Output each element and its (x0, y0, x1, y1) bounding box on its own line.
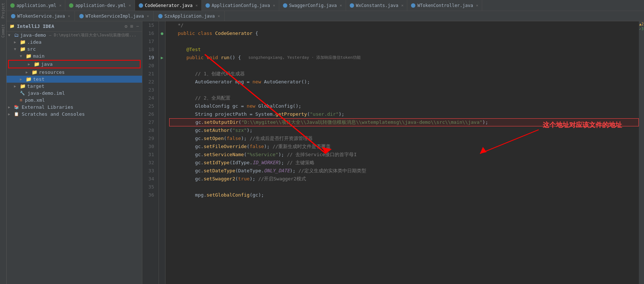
tab-wtokenserviceimpl[interactable]: WTokenServiceImpl.java ✕ (75, 11, 154, 21)
expand-icon-ext: ▶ (8, 105, 12, 109)
expand-icon-java: ▶ (28, 62, 32, 66)
tab-close-8[interactable]: ✕ (68, 14, 70, 18)
file-icon-yml2 (69, 3, 73, 8)
code-line-16: public class CodeGenerator { (169, 29, 639, 37)
tab-close[interactable]: ✕ (59, 3, 61, 7)
tab-swaggerconfig[interactable]: SwaggerConfig.java ✕ (279, 0, 346, 11)
line-num-16: 16 (142, 29, 156, 37)
line-num-25: 25 (142, 102, 156, 110)
tab-close-4[interactable]: ✕ (273, 3, 275, 7)
project-path: – D:\mygitee\项目大全\Java玩装微信模... (49, 32, 136, 38)
line-num-18: 18 (142, 46, 156, 54)
line-num-27: 27 (142, 118, 156, 126)
gutter-17 (159, 37, 165, 46)
sidebar-collapse-icon[interactable]: − (136, 24, 139, 29)
tab-close-6[interactable]: ✕ (401, 3, 403, 7)
tree-item-resources[interactable]: ▶ 📁 resources (7, 69, 142, 76)
commit-label[interactable]: Commit (0, 21, 6, 40)
tree-item-src[interactable]: ▼ 📁 src (7, 46, 142, 53)
gutter-19: ▶ (159, 54, 165, 62)
tab-wtokenservice[interactable]: WTokenService.java ✕ (7, 11, 75, 21)
line-num-32: 32 (142, 159, 156, 167)
tree-item-iml[interactable]: 🔧 java-demo.iml (7, 90, 142, 97)
gutter-23 (159, 86, 165, 94)
expand-icon-scratches: ▶ (8, 112, 12, 116)
tree-item-ext-libs[interactable]: ▶ 📚 External Libraries (7, 104, 142, 111)
project-title: IntelliJ IDEA (17, 24, 54, 29)
right-gutter: ▲2 ✓3 (639, 21, 644, 284)
file-icon-java6 (11, 14, 15, 18)
line-num-23: 23 (142, 86, 156, 94)
tree-label-iml: java-demo.iml (28, 90, 65, 96)
tab-bar-row2: WTokenService.java ✕ WTokenServiceImpl.j… (7, 11, 644, 21)
tree-item-scratches[interactable]: ▶ 📋 Scratches and Consoles (7, 111, 142, 118)
code-line-18: @Test (169, 46, 639, 54)
code-line-35 (169, 183, 639, 191)
tab-close-2[interactable]: ✕ (129, 3, 131, 7)
tab-close-3[interactable]: ✕ (196, 3, 198, 7)
editor-area: 这个地址对应该文件的地址 15 16 17 18 19 (142, 21, 644, 284)
tab-applicationconfig[interactable]: ApplicationConfig.java ✕ (202, 0, 279, 11)
main-area: application.yml ✕ application-dev.yml ✕ … (7, 0, 644, 284)
tab-close-7[interactable]: ✕ (476, 3, 478, 7)
tree-label-test: test (33, 76, 44, 82)
line-num-31: 31 (142, 151, 156, 159)
project-sidebar[interactable]: 📁 IntelliJ IDEA ⚙ ⊞ − ▼ 🗂 java-demo – D:… (7, 21, 142, 284)
file-icon-java5 (411, 3, 415, 8)
line-num-22: 22 (142, 78, 156, 86)
idea-folder-icon: 📁 (20, 39, 26, 45)
gutter-24 (159, 94, 165, 102)
line-num-24: 24 (142, 94, 156, 102)
line-num-28: 28 (142, 126, 156, 134)
tree-item-main[interactable]: ▼ 📁 main (7, 53, 142, 60)
expand-icon-target: ▶ (14, 84, 18, 88)
line-num-19: 19 (142, 54, 156, 62)
tab-application-dev-yml[interactable]: application-dev.yml ✕ (65, 0, 135, 11)
tab-close-9[interactable]: ✕ (147, 14, 149, 18)
gutter-26 (159, 110, 165, 118)
tab-szxapplication[interactable]: SzxApplication.java ✕ (154, 11, 225, 21)
tab-wxconstants[interactable]: WxConstants.java ✕ (346, 0, 408, 11)
gutter-22 (159, 78, 165, 86)
line-numbers: 15 16 17 18 19 20 21 22 23 24 25 26 27 2… (142, 21, 159, 284)
expand-icon-idea: ▶ (14, 40, 18, 44)
content-split: 📁 IntelliJ IDEA ⚙ ⊞ − ▼ 🗂 java-demo – D:… (7, 21, 644, 284)
line-num-33: 33 (142, 167, 156, 175)
tree-item-test[interactable]: ▶ 📁 test (7, 76, 142, 83)
gutter-16: ● (159, 29, 165, 37)
project-label[interactable]: Project (0, 0, 6, 21)
tab-close-5[interactable]: ✕ (340, 3, 342, 7)
sidebar-layout-icon[interactable]: ⊞ (130, 24, 133, 29)
code-line-34: gc.setSwagger2(true); //开启Swagger2模式 (169, 175, 639, 183)
line-num-30: 30 (142, 143, 156, 151)
sidebar-gear-icon[interactable]: ⚙ (125, 24, 128, 29)
gutter-20 (159, 62, 165, 70)
tree-item-target[interactable]: ▶ 📁 target (7, 83, 142, 90)
tree-item-idea[interactable]: ▶ 📁 .idea (7, 39, 142, 46)
tree-label: java-demo (20, 32, 46, 38)
tab-codegenerator[interactable]: CodeGenerator.java ✕ (135, 0, 202, 11)
editor-content[interactable]: 15 16 17 18 19 20 21 22 23 24 25 26 27 2… (142, 21, 644, 284)
tree-item-pom[interactable]: m pom.xml (7, 97, 142, 104)
tab-application-yml[interactable]: application.yml ✕ (7, 0, 65, 11)
tab-wtokencontroller[interactable]: WTokenController.java ✕ (407, 0, 482, 11)
left-sidebar: Project Commit (0, 0, 7, 284)
line-num-17: 17 (142, 37, 156, 46)
code-line-20 (169, 62, 639, 70)
src-folder-icon: 📁 (20, 46, 26, 52)
file-icon-java4 (350, 3, 354, 8)
code-line-17 (169, 37, 639, 46)
code-line-28: gc.setAuthor("szx"); (169, 126, 639, 134)
iml-file-icon: 🔧 (20, 91, 25, 96)
code-editor[interactable]: */ public class CodeGenerator { @Test (165, 21, 639, 284)
tree-label-scratches: Scratches and Consoles (22, 111, 85, 117)
code-line-26: String projectPath = System.getProperty(… (169, 110, 639, 118)
gutter-15 (159, 21, 165, 29)
tab-close-10[interactable]: ✕ (218, 14, 220, 18)
tree-item-java[interactable]: ▶ 📁 java (9, 61, 140, 68)
line-num-36: 36 (142, 191, 156, 199)
line-num-35: 35 (142, 183, 156, 191)
tree-item-java-demo[interactable]: ▼ 🗂 java-demo – D:\mygitee\项目大全\Java玩装微信… (7, 32, 142, 39)
gutter-27 (159, 118, 165, 126)
gutter-icons: ● ▶ (159, 21, 165, 284)
